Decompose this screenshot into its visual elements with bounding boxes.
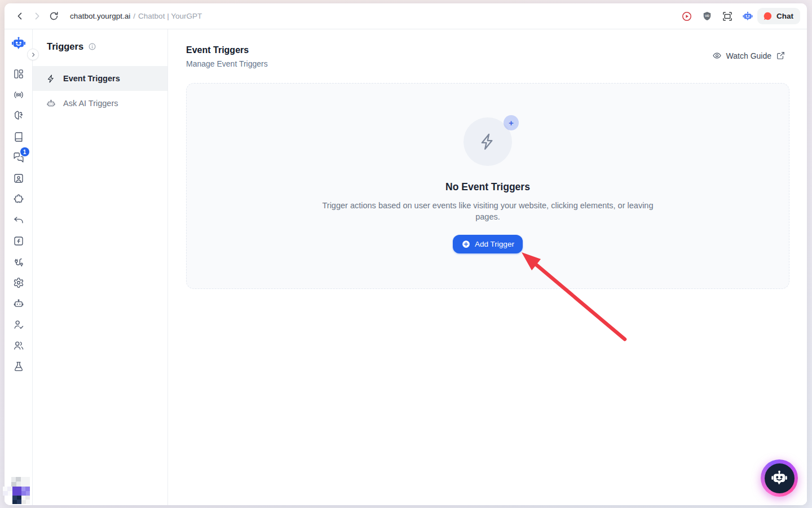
puzzle-icon (13, 194, 24, 205)
robot-extension-button[interactable] (740, 9, 755, 24)
url-host: chatbot.yourgpt.ai (70, 12, 130, 20)
forward-icon (32, 11, 42, 21)
empty-state-description: Trigger actions based on user events lik… (321, 200, 654, 222)
rail-item-function-square[interactable] (13, 235, 24, 247)
url-divider: / (133, 12, 135, 20)
sidebar-collapse-button[interactable] (27, 49, 39, 60)
yourgpt-logo-icon (11, 36, 27, 51)
screenshot-frame-icon (722, 11, 733, 22)
lightning-icon (478, 132, 497, 151)
add-trigger-label: Add Trigger (475, 240, 514, 248)
watch-guide-button[interactable]: Watch Guide (712, 51, 785, 60)
yourgpt-widget-robot (770, 469, 788, 487)
rail-items: 1 (13, 68, 24, 372)
robot-icon (46, 99, 56, 108)
robot-icon (13, 298, 24, 309)
book-icon (13, 131, 24, 142)
notification-badge: 1 (20, 147, 29, 156)
watch-guide-label: Watch Guide (726, 51, 771, 60)
triggers-panel-header: Triggers (33, 29, 167, 52)
panel-item-event-triggers[interactable]: Event Triggers (33, 66, 167, 91)
rail-item-layout-dashboard[interactable] (13, 68, 24, 80)
rail-item-user-check[interactable] (13, 319, 24, 330)
forward-button[interactable] (28, 8, 45, 25)
rail-item-robot[interactable] (13, 298, 24, 309)
settings-gear-icon (13, 277, 24, 288)
svg-text:UO: UO (705, 14, 709, 17)
user-check-icon (13, 319, 24, 330)
flask-icon (13, 361, 24, 372)
rail-item-messages[interactable]: 1 (13, 152, 24, 163)
url-page-title: Chatbot | YourGPT (138, 12, 202, 20)
empty-state-card: + No Event Triggers Trigger actions base… (186, 83, 789, 289)
triggers-panel: Triggers Event TriggersAsk AI Triggers (33, 29, 168, 505)
play-circle-button[interactable] (679, 9, 694, 24)
layout-dashboard-icon (13, 68, 24, 80)
rail-item-broadcast[interactable] (13, 89, 24, 100)
rail-item-flask[interactable] (13, 361, 24, 372)
rail-item-puzzle[interactable] (13, 194, 24, 205)
contact-card-icon (13, 173, 24, 184)
back-button[interactable] (11, 8, 28, 25)
chat-widget-launcher[interactable] (761, 459, 798, 497)
browser-toolbar: chatbot.yourgpt.ai / Chatbot | YourGPT U… (5, 3, 807, 29)
undo-arrow-icon (13, 214, 24, 226)
chat-extension-button[interactable]: Chat (757, 8, 800, 24)
rail-item-book[interactable] (13, 131, 24, 142)
cable-icon (13, 256, 24, 268)
chat-bubble-icon (763, 11, 773, 21)
external-link-icon (776, 51, 785, 60)
icon-rail-sidebar: 1 (5, 29, 33, 505)
lightning-icon (46, 74, 56, 84)
plus-badge: + (504, 115, 519, 130)
brain-ai-icon (13, 110, 24, 121)
rail-item-brain-ai[interactable] (13, 110, 24, 121)
function-square-icon (13, 235, 24, 247)
plus-circle-icon (461, 239, 471, 249)
yourgpt-logo[interactable] (11, 36, 27, 51)
main-content: Event Triggers Manage Event Triggers Wat… (168, 29, 807, 505)
play-circle-icon (681, 11, 692, 22)
chevron-right-icon (30, 51, 37, 58)
shield-ublock-button[interactable]: UO (700, 9, 714, 24)
broadcast-icon (13, 89, 24, 100)
rail-item-cable[interactable] (13, 256, 24, 268)
back-icon (15, 11, 25, 21)
users-icon (13, 340, 24, 351)
browser-window: chatbot.yourgpt.ai / Chatbot | YourGPT U… (5, 3, 807, 505)
shield-ublock-icon: UO (701, 11, 713, 22)
screenshot-frame-button[interactable] (720, 9, 735, 24)
rail-item-undo-arrow[interactable] (13, 214, 24, 226)
rail-item-users[interactable] (13, 340, 24, 351)
chat-extension-label: Chat (776, 12, 793, 20)
address-bar[interactable]: chatbot.yourgpt.ai / Chatbot | YourGPT (70, 12, 679, 20)
panel-item-label: Event Triggers (63, 74, 120, 83)
page-subtitle: Manage Event Triggers (186, 59, 268, 68)
eye-icon (712, 51, 722, 60)
yourgpt-widget-robot-icon (765, 463, 795, 493)
rail-item-contact-card[interactable] (13, 173, 24, 184)
empty-state-icon-wrap: + (464, 117, 512, 166)
empty-state-title: No Event Triggers (445, 181, 530, 193)
reload-icon (48, 11, 59, 21)
reload-button[interactable] (45, 8, 62, 25)
app-root: 1 Triggers Event TriggersAsk AI Triggers… (5, 29, 807, 505)
panel-item-label: Ask AI Triggers (63, 99, 118, 108)
add-trigger-button[interactable]: Add Trigger (453, 235, 523, 253)
rail-item-settings-gear[interactable] (13, 277, 24, 288)
panel-title: Triggers (47, 41, 83, 52)
page-title: Event Triggers (186, 45, 249, 55)
panel-item-ask-ai-triggers[interactable]: Ask AI Triggers (33, 91, 167, 116)
extension-icons: UO (679, 9, 755, 24)
robot-extension-icon (742, 11, 753, 22)
info-icon[interactable] (88, 42, 96, 51)
panel-list: Event TriggersAsk AI Triggers (33, 66, 167, 116)
